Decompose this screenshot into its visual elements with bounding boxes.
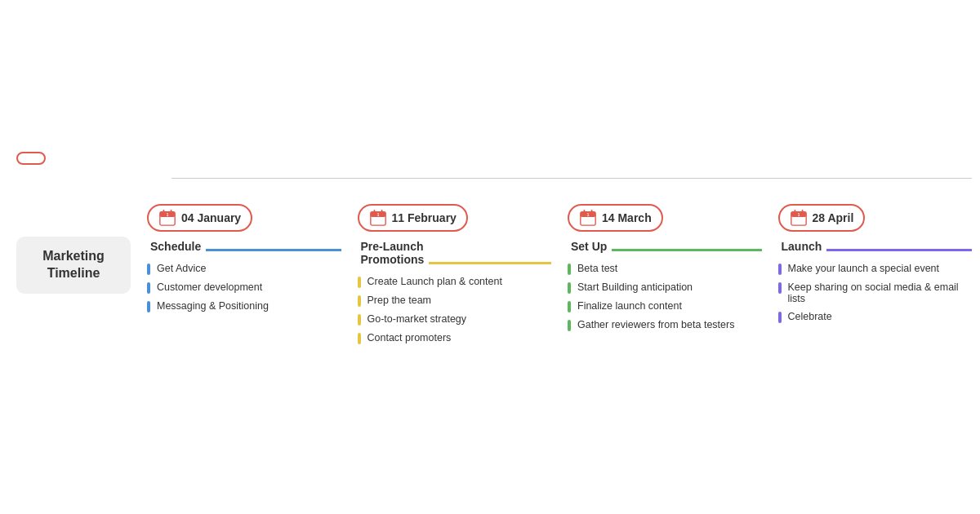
column-2: 1 14 March Set UpBeta testStart Building… [559,204,770,351]
list-item-text: Go-to-market strategy [368,313,467,325]
list-item: Create Launch plan & content [358,276,552,288]
list-item-text: Beta test [577,263,617,274]
marketing-timeline-label: MarketingTimeline [16,237,131,294]
main-container: MarketingTimeline 1 04 January ScheduleG… [0,0,980,514]
date-text: 11 February [392,211,457,224]
date-badge-1: 1 11 February [358,204,468,232]
title-line-2 [612,249,761,251]
list-item-text: Contact promoters [368,332,452,343]
title-line-0 [206,249,341,251]
timeline-columns: 1 04 January ScheduleGet AdviceCustomer … [139,204,980,351]
item-list-2: Beta testStart Building anticipationFina… [568,263,762,338]
calendar-icon: 1 [579,209,597,227]
main-divider [172,178,972,179]
list-item-text: Celebrate [788,311,832,322]
list-item: Finalize launch content [568,300,762,312]
list-item: Customer development [147,281,341,294]
title-line-1 [429,262,551,264]
date-badge-2: 1 14 March [568,204,663,232]
list-item-text: Messaging & Positioning [157,300,269,312]
calendar-icon: 1 [369,209,387,227]
column-1: 1 11 February Pre-LaunchPromotionsCreate… [350,204,560,351]
list-item-text: Make your launch a special event [788,263,940,274]
section-title-1: Pre-LaunchPromotions [358,240,425,266]
column-0: 1 04 January ScheduleGet AdviceCustomer … [139,204,350,351]
column-3: 1 28 April LaunchMake your launch a spec… [770,204,981,351]
title-row-0: Schedule [147,240,341,253]
date-text: 14 March [602,211,652,224]
item-list-0: Get AdviceCustomer developmentMessaging … [147,263,341,319]
title-row-2: Set Up [568,240,762,253]
list-item: Make your launch a special event [778,263,973,275]
list-item: Gather reviewers from beta testers [568,319,762,331]
title-line-3 [826,249,972,251]
list-item-text: Gather reviewers from beta testers [577,319,734,330]
title-row-1: Pre-LaunchPromotions [358,240,552,266]
date-text: 04 January [181,211,241,224]
item-list-3: Make your launch a special eventKeep sha… [778,263,973,330]
list-item-text: Get Advice [157,263,206,274]
list-item-text: Customer development [157,281,262,293]
list-item: Keep sharing on social media & email lis… [778,281,973,304]
list-item-text: Keep sharing on social media & email lis… [788,281,973,304]
section-title-2: Set Up [568,240,607,253]
list-item: Get Advice [147,263,341,275]
list-item: Contact promoters [358,332,552,344]
date-badge-0: 1 04 January [147,204,252,232]
list-item-text: Start Building anticipation [577,281,693,293]
date-badge-3: 1 28 April [778,204,866,232]
list-item: Prep the team [358,295,552,307]
title-row-3: Launch [778,240,973,253]
calendar-icon: 1 [790,209,808,227]
calendar-icon: 1 [158,209,176,227]
list-item-text: Prep the team [368,295,432,306]
product-launch-badge [16,152,46,165]
list-item: Celebrate [778,311,973,323]
list-item: Beta test [568,263,762,275]
section-title-0: Schedule [147,240,201,253]
date-text: 28 April [813,211,854,224]
list-item: Go-to-market strategy [358,313,552,326]
section-title-3: Launch [778,240,822,253]
list-item: Start Building anticipation [568,281,762,294]
list-item: Messaging & Positioning [147,300,341,312]
list-item-text: Create Launch plan & content [368,276,502,287]
item-list-1: Create Launch plan & contentPrep the tea… [358,276,552,351]
list-item-text: Finalize launch content [577,300,682,312]
